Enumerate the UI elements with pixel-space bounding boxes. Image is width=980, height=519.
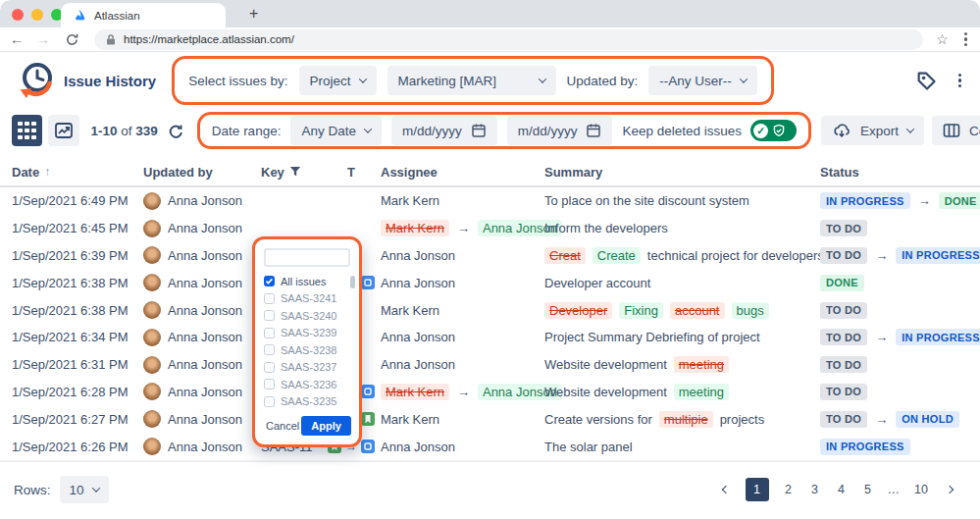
cell-date: 1/Sep/2021 6:49 PM [12,193,143,208]
cancel-button[interactable]: Cancel [264,418,301,434]
cell-summary: DeveloperFixingaccountbugs [544,302,820,319]
cell-summary: Create versions formultipieprojects [544,411,820,428]
checkbox-icon[interactable] [264,276,275,286]
checkbox-icon[interactable] [264,362,275,373]
status-badge: ON HOLD [896,411,959,428]
text-value: Anna Jonson [168,412,242,427]
column-header-assignee[interactable]: Assignee [381,165,544,180]
table-footer: Rows: 10 12345…10 [0,460,980,518]
date-to-field[interactable]: m/dd/yyyy [507,116,613,145]
text-value: Anna Jonson [168,330,242,344]
project-dropdown[interactable]: Marketing [MAR] [387,66,556,95]
diff-added-value: Create [593,247,641,264]
column-header-summary[interactable]: Summary [544,165,820,180]
checkbox-icon[interactable] [264,328,275,338]
page-button[interactable]: 5 [861,481,875,498]
bookmark-star-icon[interactable]: ☆ [936,31,949,47]
result-count: 1-10 of 339 [91,124,158,138]
column-header-updated-by[interactable]: Updated by [143,165,261,180]
page-button[interactable]: 2 [782,481,796,498]
keep-deleted-toggle[interactable]: ✓ [750,120,797,141]
filter-option[interactable]: SAAS-3238 [264,344,350,356]
lock-icon [105,33,117,46]
reload-icon[interactable] [63,30,81,49]
select-issues-by-dropdown[interactable]: Project [299,66,377,95]
status-badge: IN PROGRESS [896,329,980,345]
table-header: Date↑ Updated by Key T Assignee Summary … [0,158,980,187]
checkbox-icon[interactable] [264,293,275,304]
cell-assignee: Anna Jonson [381,276,544,290]
status-badge: IN PROGRESS [896,247,980,264]
rows-label: Rows: [14,483,51,497]
cell-updated-by: Anna Jonson [143,410,261,428]
rows-per-page-select[interactable]: 10 [60,476,109,503]
filter-option[interactable]: SAAS-3240 [264,310,350,322]
next-page-button[interactable] [943,483,956,496]
filter-search-input[interactable] [264,248,350,267]
cell-summary: Project Summary Debriefing of project [544,330,820,344]
minimize-button[interactable] [31,9,43,21]
browser-window: Atlassian + ← → https://marketplace.atla… [0,0,980,519]
apply-button[interactable]: Apply [301,416,351,436]
filter-option[interactable]: All issues [264,276,350,287]
text-value: Developer account [544,276,650,290]
url-text: https://marketplace.atlassian.com/ [124,33,294,45]
browser-tab[interactable]: Atlassian [61,3,226,27]
avatar [143,246,161,264]
avatar [143,301,161,319]
refresh-icon[interactable] [165,121,185,141]
column-header-status[interactable]: Status [820,165,980,180]
more-menu-icon[interactable] [955,70,964,92]
filter-option[interactable]: SAAS-3241 [264,292,350,304]
checkbox-icon[interactable] [264,310,275,321]
toolbar: 1-10 of 339 Date range: Any Date m/dd/yy… [0,109,980,152]
columns-button[interactable]: Columns [932,116,980,145]
browser-menu-icon[interactable] [961,28,970,51]
column-header-type[interactable]: T [322,165,381,180]
checkbox-icon[interactable] [264,379,275,389]
date-from-field[interactable]: m/dd/yyyy [391,116,497,145]
chart-view-button[interactable] [48,115,79,146]
tag-icon[interactable] [913,68,940,94]
diff-removed-value: Creat [544,247,586,264]
cell-updated-by: Anna Jonson [143,301,261,319]
page-button[interactable]: 10 [912,481,930,498]
filter-option[interactable]: SAAS-3236 [264,379,350,390]
page-button[interactable]: 3 [808,481,822,498]
avatar [143,274,161,291]
url-field[interactable]: https://marketplace.atlassian.com/ [94,29,923,50]
app-logo-history-clock-icon [14,59,57,102]
updated-by-dropdown[interactable]: --Any User-- [648,66,757,95]
filter-option[interactable]: SAAS-3235 [264,395,350,407]
filter-option[interactable]: SAAS-3239 [264,327,350,338]
column-header-date[interactable]: Date↑ [12,165,143,180]
close-button[interactable] [12,9,24,21]
back-icon[interactable]: ← [10,32,24,46]
change-arrow-icon: → [456,385,471,399]
column-header-key[interactable]: Key [261,165,322,180]
prev-page-button[interactable] [719,483,733,496]
grid-view-button[interactable] [12,115,42,146]
filter-funnel-icon[interactable] [289,166,301,178]
filter-option[interactable]: SAAS-3237 [264,361,350,373]
text-value: 1/Sep/2021 6:39 PM [12,248,129,263]
checkbox-icon[interactable] [264,396,275,407]
text-value: Mark Kern [381,303,439,318]
checkbox-icon[interactable] [264,344,275,355]
export-button[interactable]: Export [821,116,924,145]
scrollbar-thumb[interactable] [350,276,355,288]
text-value: Website development [544,357,667,372]
cell-assignee: Mark Kern [381,412,544,427]
page-button[interactable]: 4 [835,481,849,498]
page-title: Issue History [64,73,156,89]
new-tab-button[interactable]: + [243,4,264,24]
avatar [143,438,161,455]
text-value: Anna Jonson [381,276,455,290]
forward-icon[interactable]: → [36,32,50,46]
pagination-ellipsis: … [888,483,901,496]
page-button[interactable]: 1 [746,478,769,501]
task-type-icon [361,385,375,398]
date-range-dropdown[interactable]: Any Date [290,116,382,145]
atlassian-favicon-icon [73,9,86,23]
table-row: 1/Sep/2021 6:45 PMAnna JonsonMark Kern→A… [0,215,980,242]
